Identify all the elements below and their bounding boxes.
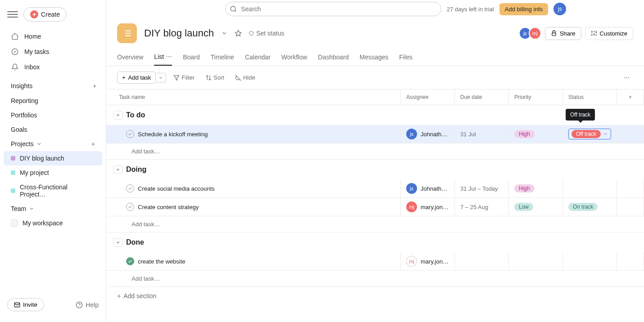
project-icon <box>117 23 137 43</box>
tab-more-icon[interactable]: ⋯ <box>166 53 172 60</box>
task-name-cell[interactable]: create the website <box>106 252 401 270</box>
tab-workflow[interactable]: Workflow <box>281 49 307 65</box>
nav-portfolios[interactable]: Portfolios <box>0 108 106 122</box>
task-name-cell[interactable]: Create social media accounts <box>106 179 401 197</box>
assignee-cell[interactable]: js Johnathan… <box>401 125 455 143</box>
complete-checkbox[interactable] <box>126 130 134 138</box>
share-button[interactable]: Share <box>545 27 581 40</box>
complete-checkbox[interactable] <box>126 203 134 211</box>
status-dropdown-icon[interactable] <box>603 131 608 137</box>
set-status-button[interactable]: Set status <box>249 30 284 37</box>
priority-cell[interactable]: Low <box>509 198 563 216</box>
status-cell[interactable] <box>563 252 617 270</box>
check-icon <box>11 48 19 56</box>
svg-marker-11 <box>235 30 241 36</box>
create-button[interactable]: + Create <box>23 7 67 22</box>
add-column-button[interactable]: + <box>617 89 644 105</box>
priority-cell[interactable] <box>509 252 563 270</box>
task-row[interactable]: Create content strategy mj mary.jones… 7… <box>106 198 644 216</box>
add-insight-icon[interactable]: + <box>91 82 99 90</box>
col-assignee[interactable]: Assignee <box>401 89 455 105</box>
task-row[interactable]: Schedule a kickoff meeting js Johnathan…… <box>106 125 644 143</box>
avatar: mj <box>406 201 417 212</box>
status-cell[interactable] <box>563 179 617 197</box>
assignee-cell[interactable]: mj mary.jones… <box>401 252 455 270</box>
tab-calendar[interactable]: Calendar <box>245 49 271 65</box>
add-task-link[interactable]: Add task… <box>106 271 644 287</box>
sidebar-project-my[interactable]: My project <box>0 165 106 180</box>
status-cell[interactable]: On track <box>563 198 617 216</box>
col-due-date[interactable]: Due date <box>455 89 509 105</box>
customize-button[interactable]: Customize <box>585 27 633 40</box>
search-input[interactable] <box>225 2 441 16</box>
sidebar-project-diy[interactable]: DIY blog launch <box>4 151 102 165</box>
star-icon[interactable] <box>235 30 242 37</box>
add-task-link[interactable]: Add task… <box>106 216 644 233</box>
add-task-dropdown[interactable] <box>156 73 166 83</box>
sidebar-toggle[interactable] <box>7 9 18 20</box>
task-name-cell[interactable]: Schedule a kickoff meeting <box>106 125 401 143</box>
add-billing-button[interactable]: Add billing info <box>499 3 549 15</box>
status-cell[interactable]: Off track Off track <box>563 125 617 143</box>
home-icon <box>11 32 19 40</box>
status-tooltip: Off track <box>566 109 595 121</box>
invite-button[interactable]: Invite <box>7 298 44 311</box>
collapse-section-button[interactable] <box>113 165 122 174</box>
due-date-cell[interactable]: 31 Jul – Today <box>455 179 509 197</box>
collapse-section-button[interactable] <box>113 238 122 247</box>
main: 27 days left in trial Add billing info j… <box>106 0 644 322</box>
tab-timeline[interactable]: Timeline <box>211 49 234 65</box>
tab-overview[interactable]: Overview <box>117 49 143 65</box>
section-title[interactable]: To do <box>126 111 145 119</box>
tab-board[interactable]: Board <box>183 49 200 65</box>
col-status[interactable]: Status <box>563 89 617 105</box>
sort-button[interactable]: Sort <box>202 72 228 83</box>
more-actions-button[interactable]: ⋯ <box>620 72 633 83</box>
project-menu-chevron[interactable] <box>221 30 227 36</box>
col-priority[interactable]: Priority <box>509 89 563 105</box>
member-avatars[interactable]: js mj <box>522 27 541 40</box>
add-project-icon[interactable]: + <box>91 140 95 148</box>
section-title[interactable]: Doing <box>126 165 146 174</box>
help-button[interactable]: Help <box>76 301 99 309</box>
due-date-cell[interactable] <box>455 252 509 270</box>
due-date-cell[interactable]: 31 Jul <box>455 125 509 143</box>
nav-inbox[interactable]: Inbox <box>0 59 106 75</box>
task-name-cell[interactable]: Create content strategy <box>106 198 401 216</box>
tab-messages[interactable]: Messages <box>360 49 389 65</box>
add-section-button[interactable]: + Add section <box>106 287 644 305</box>
sidebar-project-cross[interactable]: Cross-Functional Project… <box>0 180 106 201</box>
nav-goals[interactable]: Goals <box>0 122 106 137</box>
assignee-cell[interactable]: mj mary.jones… <box>401 198 455 216</box>
nav-home[interactable]: Home <box>0 29 106 44</box>
priority-cell[interactable]: High <box>509 125 563 143</box>
task-row[interactable]: Create social media accounts js Johnatha… <box>106 179 644 198</box>
tab-dashboard[interactable]: Dashboard <box>318 49 349 65</box>
task-row[interactable]: create the website mj mary.jones… <box>106 252 644 271</box>
help-icon <box>76 301 83 309</box>
filter-button[interactable]: Filter <box>170 72 198 83</box>
assignee-cell[interactable]: js Johnathan… <box>401 179 455 197</box>
project-title[interactable]: DIY blog launch <box>144 27 214 39</box>
user-avatar[interactable]: js <box>553 3 566 15</box>
section-title[interactable]: Done <box>126 238 144 246</box>
projects-header[interactable]: Projects + <box>0 137 106 151</box>
add-task-button[interactable]: + Add task <box>117 72 156 84</box>
col-task-name[interactable]: Task name <box>106 89 401 105</box>
nav-reporting[interactable]: Reporting <box>0 94 106 108</box>
eye-off-icon <box>235 75 241 81</box>
add-task-link[interactable]: Add task… <box>106 143 644 160</box>
tab-files[interactable]: Files <box>399 49 413 65</box>
nav-label: Inbox <box>24 63 40 71</box>
bell-icon <box>11 63 19 71</box>
complete-checkbox[interactable] <box>126 257 134 265</box>
team-header[interactable]: Team <box>0 201 106 216</box>
complete-checkbox[interactable] <box>126 184 134 192</box>
hide-button[interactable]: Hide <box>231 72 259 83</box>
sidebar-team-workspace[interactable]: My workspace <box>0 216 106 230</box>
tab-list[interactable]: List⋯ <box>154 49 172 66</box>
collapse-section-button[interactable] <box>113 111 122 120</box>
nav-my-tasks[interactable]: My tasks <box>0 44 106 59</box>
due-date-cell[interactable]: 7 – 25 Aug <box>455 198 509 216</box>
priority-cell[interactable]: High <box>509 179 563 197</box>
